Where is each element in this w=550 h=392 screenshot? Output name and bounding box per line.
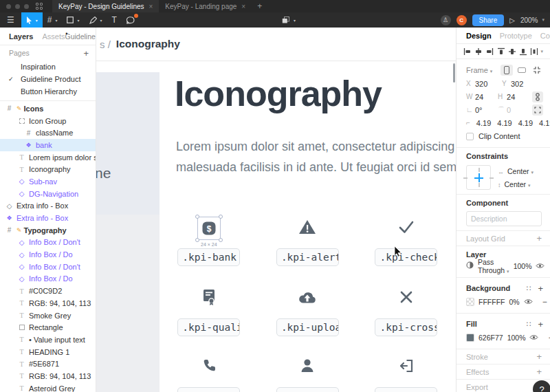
radius-tr-input[interactable]: 4.19 — [497, 119, 512, 127]
page-title[interactable]: Iconography — [175, 73, 382, 114]
layer-row[interactable]: ◇DG-Navigation — [0, 188, 96, 200]
remove-background-button[interactable]: − — [542, 297, 547, 307]
tab-prototype[interactable]: Prototype — [500, 32, 532, 40]
close-icon[interactable]: × — [149, 3, 153, 10]
layer-row[interactable]: #className — [0, 127, 96, 139]
radius-br-input[interactable]: 4.19 — [518, 119, 533, 127]
background-color-swatch[interactable] — [466, 298, 474, 306]
layer-row[interactable]: T#5E6871 — [0, 358, 96, 370]
user-avatar[interactable]: C — [456, 15, 467, 25]
y-input[interactable]: 302 — [511, 80, 523, 88]
component-description-input[interactable] — [466, 211, 542, 226]
menu-icon[interactable]: ☰ — [0, 15, 21, 25]
radius-tl-input[interactable]: 4.19 — [476, 119, 491, 127]
layer-row[interactable]: T• Value input text — [0, 334, 96, 346]
user-icon[interactable] — [300, 358, 315, 377]
pen-tool-button[interactable]: ▾ — [85, 12, 107, 28]
layer-row[interactable]: Icon Group — [0, 115, 96, 127]
layer-row[interactable]: Rectangle — [0, 321, 96, 334]
move-tool-button[interactable]: ▾ — [21, 12, 43, 28]
corner-radius-input[interactable]: 0 — [507, 106, 511, 114]
kpi-class-label[interactable] — [375, 387, 437, 392]
layer-row[interactable]: TRGB: 94, 104, 113 — [0, 370, 96, 382]
align-h-center-icon[interactable] — [474, 47, 483, 56]
add-layout-grid-button[interactable]: + — [536, 233, 543, 243]
orientation-landscape-button[interactable] — [516, 65, 528, 76]
traffic-lights[interactable] — [6, 4, 29, 9]
layer-row[interactable]: TRGB: 94, 104, 113 — [0, 297, 96, 309]
file-tab-design-guidelines[interactable]: KeyPay - Design Guidelines × — [52, 0, 159, 12]
partial-nav-text[interactable]: ne — [96, 165, 111, 182]
kpi-class-label[interactable]: .kpi-qualif — [177, 318, 240, 336]
orientation-portrait-button[interactable] — [500, 65, 513, 76]
vertical-constraint-dropdown[interactable]: ↕Center▾ — [498, 180, 534, 188]
eye-icon[interactable] — [524, 298, 533, 306]
add-fill-button[interactable]: + — [538, 319, 543, 329]
fill-color-swatch[interactable] — [466, 334, 474, 342]
design-breadcrumb-bar[interactable]: s / Iconography — [96, 28, 456, 61]
eye-icon[interactable] — [529, 334, 538, 342]
layer-row[interactable]: TIconography — [0, 163, 96, 175]
style-library-icon[interactable]: ∷ — [526, 320, 531, 329]
layer-row[interactable]: T#C0C9D2 — [0, 285, 96, 297]
x-input[interactable]: 320 — [475, 80, 487, 88]
bank-icon[interactable]: $24 × 24 — [197, 217, 221, 240]
height-input[interactable]: 24 — [507, 93, 515, 101]
upload-icon[interactable] — [298, 290, 317, 307]
add-stroke-button[interactable]: + — [536, 351, 543, 362]
qualification-icon[interactable] — [201, 288, 217, 309]
canvas[interactable]: ne s / Iconography Iconography Lorem ips… — [96, 28, 456, 392]
kpi-class-label[interactable]: .kpi-cross — [375, 318, 437, 336]
component-tool-button[interactable]: ▾ — [277, 12, 300, 28]
kpi-class-label[interactable] — [276, 387, 339, 392]
layer-row[interactable]: THEADING 1 — [0, 346, 96, 358]
page-item[interactable]: Inspiration — [0, 61, 96, 73]
layer-row[interactable]: TSmoke Grey — [0, 309, 96, 322]
layer-row[interactable]: ◇Extra info - Box — [0, 200, 96, 213]
layer-row[interactable]: TLorem ipsum dolor sit amet, co... — [0, 151, 96, 164]
kpi-class-label[interactable]: .kpi-upload — [276, 318, 339, 336]
zoom-control[interactable]: 200% ▾ — [520, 17, 544, 24]
add-page-button[interactable]: + — [83, 48, 89, 58]
layer-row[interactable]: ❖Extra info - Box — [0, 212, 96, 224]
kpi-class-label[interactable]: .kpi-check — [375, 248, 437, 266]
tab-code[interactable]: Code — [540, 32, 550, 40]
cross-icon[interactable] — [399, 290, 414, 307]
comment-tool-button[interactable] — [122, 12, 140, 28]
style-library-icon[interactable]: ∷ — [526, 284, 531, 293]
horizontal-constraint-dropdown[interactable]: ↔Center▾ — [498, 167, 534, 175]
layer-row[interactable]: ◇Info Box / Do — [0, 273, 96, 285]
design-nav-sidebar[interactable] — [96, 72, 160, 215]
align-bottom-icon[interactable] — [519, 47, 527, 56]
home-grid-icon[interactable] — [36, 3, 43, 10]
layer-row[interactable]: ◇Info Box / Don't — [0, 237, 96, 249]
layer-row[interactable]: ❖bank — [0, 139, 96, 151]
clip-content-checkbox[interactable] — [466, 133, 474, 140]
background-hex-input[interactable]: FFFFFF — [478, 298, 505, 306]
layer-row[interactable]: ◇Info Box / Don't — [0, 261, 96, 273]
distribute-icon[interactable]: ▾ — [530, 47, 543, 56]
intro-paragraph[interactable]: Lorem ipsum dolor sit amet, consectetur … — [176, 136, 456, 177]
layer-row[interactable]: #✎Icons — [0, 102, 96, 115]
eye-icon[interactable] — [536, 262, 544, 270]
canvas-scrollbar[interactable] — [453, 63, 455, 83]
width-input[interactable]: 24 — [475, 93, 483, 101]
share-button[interactable]: Share — [472, 14, 505, 26]
constraints-diagram[interactable] — [466, 165, 491, 190]
constrain-proportions-icon[interactable] — [532, 91, 543, 102]
check-icon[interactable] — [397, 219, 415, 238]
add-effect-button[interactable]: + — [536, 367, 543, 377]
layer-opacity-input[interactable]: 100% — [514, 262, 532, 270]
add-background-button[interactable]: + — [538, 283, 543, 294]
resize-to-fit-icon[interactable] — [531, 65, 543, 76]
frame-type-dropdown[interactable]: Frame▾ — [466, 66, 492, 74]
align-v-center-icon[interactable] — [508, 47, 516, 56]
alert-icon[interactable] — [298, 219, 316, 238]
present-icon[interactable]: ▷ — [509, 17, 515, 24]
help-button[interactable]: ? — [533, 380, 550, 392]
layer-row[interactable]: ◇Sub-nav — [0, 175, 96, 188]
tab-assets[interactable]: Assets• — [42, 32, 65, 41]
tab-layers[interactable]: Layers — [9, 32, 33, 41]
fill-hex-input[interactable]: 626F77 — [478, 334, 503, 342]
align-right-icon[interactable] — [485, 47, 494, 56]
